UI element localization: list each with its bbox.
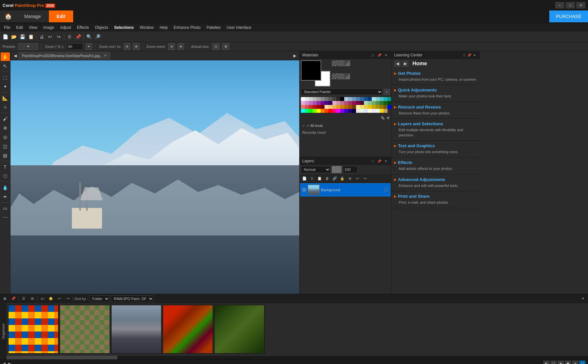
color-cell[interactable] <box>368 105 372 109</box>
lc-back-btn[interactable]: ◀ <box>394 60 401 67</box>
color-cell[interactable] <box>321 101 325 105</box>
layer-link-btn[interactable]: 🔗 <box>331 175 338 182</box>
text-tool[interactable]: T <box>1 163 10 171</box>
clone-tool[interactable]: ⊕ <box>1 124 10 132</box>
color-cell[interactable] <box>360 101 364 105</box>
close-button[interactable]: ✕ <box>576 2 585 9</box>
zoom-out-button2[interactable]: 🔎 <box>94 33 101 41</box>
pen-tool[interactable]: ✒ <box>1 192 10 201</box>
save-as-button[interactable]: 📋 <box>27 33 35 41</box>
color-cell[interactable] <box>356 97 360 101</box>
color-cell[interactable] <box>368 101 372 105</box>
color-cell[interactable] <box>348 109 352 113</box>
new-button[interactable]: 📄 <box>1 33 9 41</box>
layers-pin-btn[interactable]: 📌 <box>377 158 382 164</box>
color-cell[interactable] <box>372 105 376 109</box>
color-cell[interactable] <box>364 101 368 105</box>
color-cell[interactable] <box>380 101 384 105</box>
magic-wand[interactable]: ✦ <box>1 82 10 91</box>
paste-button[interactable]: 📌 <box>74 33 82 41</box>
palette-edit-btn[interactable]: ✎ <box>381 115 385 121</box>
menu-effects[interactable]: Effects <box>74 25 92 30</box>
home-nav-icon[interactable]: 🏠 <box>0 10 16 22</box>
color-cell[interactable] <box>313 97 317 101</box>
pattern-swatch-2[interactable] <box>338 60 344 66</box>
color-cell[interactable] <box>376 105 380 109</box>
color-cell[interactable] <box>332 109 336 113</box>
lc-layers-sel-header[interactable]: ▶ Layers and Selections <box>394 120 477 128</box>
status-back-btn[interactable]: ◀ <box>3 361 6 364</box>
color-cell[interactable] <box>325 97 328 101</box>
color-cell[interactable] <box>368 97 372 101</box>
color-cell[interactable] <box>321 105 325 109</box>
layer-lock-btn[interactable]: 🔒 <box>339 175 346 182</box>
color-cell[interactable] <box>352 109 356 113</box>
org-redo-btn[interactable]: ↪ <box>64 295 72 302</box>
color-cell[interactable] <box>372 97 376 101</box>
open-button[interactable]: 📂 <box>10 33 18 41</box>
color-cell[interactable] <box>364 97 368 101</box>
org-undo-btn[interactable]: ↩ <box>56 295 63 302</box>
layers-restore-btn[interactable]: □ <box>370 158 375 164</box>
lc-get-photos-header[interactable]: ▶ Get Photos <box>394 70 477 77</box>
tab-active[interactable]: PaintShopPro2020Review-OneStepPhotoFix.j… <box>18 52 110 60</box>
thumbnail-item-2[interactable] <box>59 305 110 354</box>
color-cell[interactable] <box>344 105 348 109</box>
zoom-in-button[interactable]: 🔍 <box>85 33 93 41</box>
color-cell[interactable] <box>301 109 305 113</box>
lc-effects-header[interactable]: ▶ Effects <box>394 159 477 166</box>
status-btn-5[interactable]: ◈ <box>572 361 578 364</box>
layer-merge-btn[interactable]: ⊕ <box>346 175 353 182</box>
palette-add-btn[interactable]: + <box>386 115 390 122</box>
menu-selections[interactable]: Selections <box>112 25 136 30</box>
status-btn-1[interactable]: ◧ <box>543 361 549 364</box>
organizer-close-btn[interactable]: ✕ <box>1 295 9 302</box>
color-cell[interactable] <box>340 101 344 105</box>
lc-text-header[interactable]: ▶ Text and Graphics <box>394 142 477 150</box>
color-cell[interactable] <box>309 109 313 113</box>
color-cell[interactable] <box>317 97 321 101</box>
pattern-swatch-5[interactable] <box>338 73 344 79</box>
color-picker-tool[interactable]: 💧 <box>1 183 10 192</box>
menu-edit[interactable]: Edit <box>13 25 26 30</box>
materials-restore-btn[interactable]: □ <box>370 52 375 58</box>
menu-view[interactable]: View <box>26 25 40 30</box>
lc-print-header[interactable]: ▶ Print and Share <box>394 192 477 200</box>
pan-tool[interactable]: ✋ <box>1 52 10 61</box>
zoom-in-btn[interactable]: ⊕ <box>133 43 139 50</box>
sort-dropdown[interactable]: Folder <box>89 295 110 302</box>
color-cell[interactable] <box>325 101 328 105</box>
thumbnail-item-1[interactable] <box>8 305 59 354</box>
color-cell[interactable] <box>309 105 313 109</box>
vector-tool[interactable]: ⬡ <box>1 172 10 180</box>
color-cell[interactable] <box>380 105 384 109</box>
color-cell[interactable] <box>356 101 360 105</box>
manage-nav-button[interactable]: Manage <box>16 10 49 22</box>
org-collapse-btn[interactable]: ▾ <box>579 295 587 302</box>
color-cell[interactable] <box>376 109 380 113</box>
menu-enhance-photo[interactable]: Enhance Photo <box>171 25 203 30</box>
color-cell[interactable] <box>317 105 321 109</box>
color-cell[interactable] <box>301 105 305 109</box>
paint-brush[interactable]: 🖌 <box>1 114 10 123</box>
color-cell[interactable] <box>380 97 384 101</box>
layer-delete-btn[interactable]: 🗑 <box>324 175 331 182</box>
opacity-input[interactable]: 100 <box>343 166 358 173</box>
zoom-out-btn[interactable]: ⊖ <box>124 43 130 50</box>
color-cell[interactable] <box>305 97 309 101</box>
org-tag-btn[interactable]: 🏷 <box>39 295 46 302</box>
color-cell[interactable] <box>376 101 380 105</box>
zoom-more-out-btn[interactable]: ⊖ <box>168 43 175 50</box>
color-cell[interactable] <box>336 97 340 101</box>
all-tools-row[interactable]: ✓ ✓ All tools <box>300 122 391 129</box>
org-view-grid[interactable]: ⊞ <box>29 295 36 302</box>
menu-file[interactable]: File <box>1 25 13 30</box>
layer-visibility-icon[interactable] <box>302 188 306 192</box>
foreground-color-swatch[interactable] <box>301 60 321 81</box>
color-cell[interactable] <box>348 97 352 101</box>
menu-objects[interactable]: Objects <box>92 25 111 30</box>
color-cell[interactable] <box>360 109 364 113</box>
color-cell[interactable] <box>313 101 317 105</box>
layer-paste-btn[interactable]: 📋 <box>316 175 323 182</box>
color-cell[interactable] <box>328 97 332 101</box>
